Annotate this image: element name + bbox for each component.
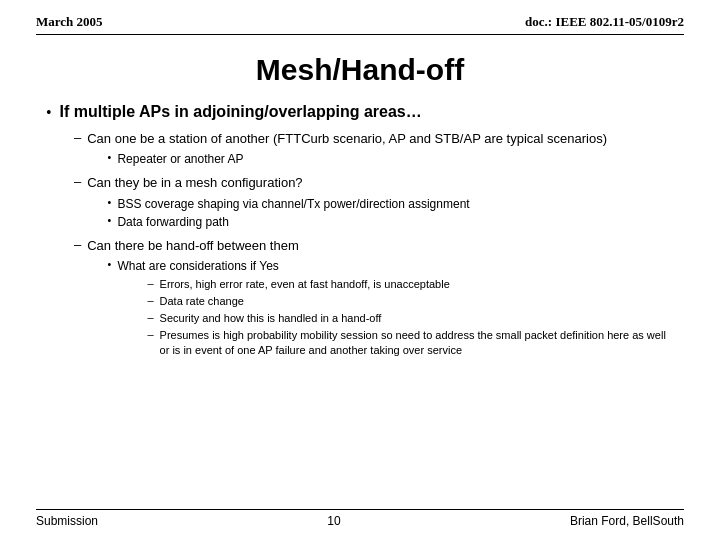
deep-item-1: – Errors, high error rate, even at fast …	[147, 277, 674, 292]
sub-sub-text-2-1: BSS coverage shaping via channel/Tx powe…	[117, 196, 469, 212]
main-bullet: • If multiple APs in adjoining/overlappi…	[46, 103, 674, 122]
sub-sub-item-3-1: • What are considerations if Yes – Error…	[107, 258, 674, 359]
deep-dash-3: –	[147, 311, 153, 323]
main-bullet-dot: •	[46, 104, 52, 122]
header: March 2005 doc.: IEEE 802.11-05/0109r2	[36, 0, 684, 35]
sub-sub-bullet-1-1: •	[107, 151, 111, 166]
content: • If multiple APs in adjoining/overlappi…	[36, 103, 684, 363]
page: March 2005 doc.: IEEE 802.11-05/0109r2 M…	[0, 0, 720, 540]
sub-item-1: – Can one be a station of another (FTTCu…	[74, 130, 674, 170]
sub-sub-list-3: • What are considerations if Yes – Error…	[107, 258, 674, 359]
header-doc: doc.: IEEE 802.11-05/0109r2	[525, 14, 684, 30]
main-bullet-text: If multiple APs in adjoining/overlapping…	[60, 103, 422, 121]
sub-item-3: – Can there be hand-off between them • W…	[74, 237, 674, 363]
page-title: Mesh/Hand-off	[256, 53, 464, 86]
sub-sub-item-1-1: • Repeater or another AP	[107, 151, 607, 167]
sub-sub-text-2-2: Data forwarding path	[117, 214, 228, 230]
sub-sub-bullet-2-2: •	[107, 214, 111, 229]
sub-list: – Can one be a station of another (FTTCu…	[74, 130, 674, 363]
deep-item-4: – Presumes is high probability mobility …	[147, 328, 674, 358]
deep-text-3: Security and how this is handled in a ha…	[160, 311, 382, 326]
sub-item-3-text: Can there be hand-off between them	[87, 238, 299, 253]
footer: Submission 10 Brian Ford, BellSouth	[36, 509, 684, 528]
sub-item-1-text: Can one be a station of another (FTTCurb…	[87, 131, 607, 146]
deep-item-3: – Security and how this is handled in a …	[147, 311, 674, 326]
sub-sub-list-2: • BSS coverage shaping via channel/Tx po…	[107, 196, 469, 230]
sub-sub-list-1: • Repeater or another AP	[107, 151, 607, 167]
sub-sub-bullet-2-1: •	[107, 196, 111, 211]
deep-text-4: Presumes is high probability mobility se…	[160, 328, 674, 358]
footer-submission: Submission	[36, 514, 98, 528]
sub-sub-item-3-1-content: What are considerations if Yes – Errors,…	[117, 258, 674, 359]
sub-dash-3: –	[74, 237, 81, 252]
deep-text-1: Errors, high error rate, even at fast ha…	[160, 277, 450, 292]
sub-item-1-content: Can one be a station of another (FTTCurb…	[87, 130, 607, 170]
sub-sub-item-2-2: • Data forwarding path	[107, 214, 469, 230]
deep-text-2: Data rate change	[160, 294, 244, 309]
deep-dash-2: –	[147, 294, 153, 306]
header-date: March 2005	[36, 14, 103, 30]
sub-sub-bullet-3-1: •	[107, 258, 111, 273]
sub-sub-text-3-1: What are considerations if Yes	[117, 259, 278, 273]
sub-item-2-content: Can they be in a mesh configuration? • B…	[87, 174, 469, 233]
deep-dash-4: –	[147, 328, 153, 340]
footer-author: Brian Ford, BellSouth	[570, 514, 684, 528]
sub-item-3-content: Can there be hand-off between them • Wha…	[87, 237, 674, 363]
sub-dash-2: –	[74, 174, 81, 189]
sub-dash-1: –	[74, 130, 81, 145]
sub-sub-item-2-1: • BSS coverage shaping via channel/Tx po…	[107, 196, 469, 212]
footer-page-number: 10	[327, 514, 340, 528]
deep-list: – Errors, high error rate, even at fast …	[147, 277, 674, 357]
title-section: Mesh/Hand-off	[36, 35, 684, 103]
sub-item-2-text: Can they be in a mesh configuration?	[87, 175, 302, 190]
sub-item-2: – Can they be in a mesh configuration? •…	[74, 174, 674, 233]
sub-sub-text-1-1: Repeater or another AP	[117, 151, 243, 167]
deep-item-2: – Data rate change	[147, 294, 674, 309]
deep-dash-1: –	[147, 277, 153, 289]
